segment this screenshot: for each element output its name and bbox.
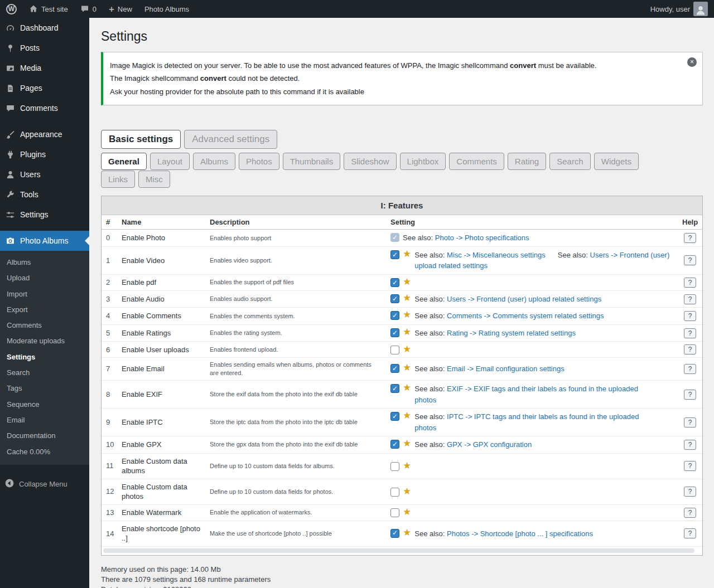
see-also-link[interactable]: Photos -> Shortcode [photo ... ] specifi… <box>447 529 593 538</box>
see-also-link[interactable]: Photo -> Photo specifications <box>435 234 529 242</box>
setting-description: Store the gpx data from the photo into t… <box>205 436 386 454</box>
tab-basic-settings[interactable]: Basic settings <box>101 130 181 149</box>
sidebar-item-posts[interactable]: Posts <box>0 38 89 58</box>
help-button[interactable]: ? <box>684 278 697 288</box>
sidebar-item-dashboard[interactable]: Dashboard <box>0 18 89 38</box>
submenu-item-albums[interactable]: Albums <box>0 255 89 270</box>
sidebar-item-settings[interactable]: Settings <box>0 205 89 225</box>
submenu-item-settings[interactable]: Settings <box>0 349 89 365</box>
star-icon: ★ <box>403 487 411 496</box>
help-cell: ? <box>678 479 702 504</box>
star-icon: ★ <box>403 383 411 392</box>
comments-toolbar[interactable]: 0 <box>74 0 103 18</box>
submenu-item-search[interactable]: Search <box>0 365 89 381</box>
scrollbar-thumb[interactable] <box>103 548 694 553</box>
setting-checkbox[interactable] <box>390 488 399 497</box>
setting-checkbox[interactable]: ✓ <box>390 384 399 393</box>
see-also-link[interactable]: GPX -> GPX configuration <box>447 440 532 449</box>
notice-line-3: Ask your hosting provider for the absolu… <box>110 86 678 98</box>
sidebar-item-users[interactable]: Users <box>0 164 89 184</box>
see-also-entry: See also: Email -> Email configuration s… <box>414 365 564 373</box>
horizontal-scrollbar[interactable] <box>102 547 702 555</box>
subtab-general[interactable]: General <box>101 153 147 170</box>
wordpress-logo[interactable]: W <box>0 0 23 18</box>
subtab-widgets[interactable]: Widgets <box>594 153 639 170</box>
help-button[interactable]: ? <box>684 311 697 321</box>
submenu-item-upload[interactable]: Upload <box>0 270 89 286</box>
setting-checkbox[interactable]: ✓ <box>390 328 399 337</box>
see-also-link[interactable]: Users -> Frontend (user) upload related … <box>447 295 601 303</box>
help-cell: ? <box>678 358 702 381</box>
setting-checkbox[interactable]: ✓ <box>390 294 399 303</box>
tab-advanced-settings[interactable]: Advanced settings <box>184 130 277 149</box>
new-content-button[interactable]: + New <box>103 0 138 18</box>
see-also-link[interactable]: Email -> Email configuration settings <box>447 365 565 373</box>
help-button[interactable]: ? <box>684 344 697 354</box>
subtab-lightbox[interactable]: Lightbox <box>400 153 446 170</box>
see-also-link[interactable]: EXIF -> EXIF tags and their labels as fo… <box>414 385 638 404</box>
sidebar-item-photo-albums[interactable]: Photo Albums <box>0 231 89 251</box>
see-also-link[interactable]: IPTC -> IPTC tags and their labels as fo… <box>414 412 639 432</box>
help-button[interactable]: ? <box>684 487 697 497</box>
submenu-item-comments[interactable]: Comments <box>0 318 89 333</box>
subtab-slideshow[interactable]: Slideshow <box>344 153 396 170</box>
help-button[interactable]: ? <box>684 233 697 243</box>
see-also-link[interactable]: Misc -> Miscellaneous settings <box>447 251 546 259</box>
subtab-rating[interactable]: Rating <box>508 153 546 170</box>
subtab-thumbnails[interactable]: Thumbnails <box>283 153 341 170</box>
submenu-item-cache-0-00[interactable]: Cache 0.00% <box>0 444 89 460</box>
help-button[interactable]: ? <box>684 294 697 304</box>
setting-checkbox[interactable]: ✓ <box>390 278 399 287</box>
help-button[interactable]: ? <box>684 328 697 338</box>
help-button[interactable]: ? <box>684 440 697 450</box>
help-button[interactable]: ? <box>684 417 697 427</box>
see-also-link[interactable]: Comments -> Comments system related sett… <box>447 312 604 320</box>
collapse-menu-button[interactable]: Collapse Menu <box>0 473 89 495</box>
submenu-item-import[interactable]: Import <box>0 286 89 302</box>
help-cell: ? <box>678 290 702 308</box>
submenu-item-tags[interactable]: Tags <box>0 381 89 396</box>
see-also-link[interactable]: Rating -> Rating system related settings <box>447 329 576 337</box>
subtab-layout[interactable]: Layout <box>150 153 190 170</box>
setting-description: Define up to 10 custom data fields for p… <box>205 479 386 504</box>
subtab-photos[interactable]: Photos <box>239 153 279 170</box>
setting-checkbox[interactable]: ✓ <box>390 250 399 259</box>
setting-checkbox[interactable]: ✓ <box>390 364 399 373</box>
subtab-albums[interactable]: Albums <box>193 153 235 170</box>
photo-albums-toolbar-link[interactable]: Photo Albums <box>138 0 195 18</box>
setting-checkbox[interactable]: ✓ <box>390 233 399 242</box>
setting-checkbox[interactable] <box>390 346 399 354</box>
howdy-user-menu[interactable]: Howdy, user <box>644 0 714 18</box>
feature-row: 2Enable pdfEnables the support of pdf fi… <box>102 274 702 290</box>
sidebar-item-pages[interactable]: Pages <box>0 78 89 98</box>
sidebar-item-tools[interactable]: Tools <box>0 184 89 205</box>
help-button[interactable]: ? <box>684 255 697 265</box>
submenu-item-sequence[interactable]: Sequence <box>0 397 89 412</box>
sidebar-item-appearance[interactable]: Appearance <box>0 124 89 144</box>
subtab-search[interactable]: Search <box>549 153 591 170</box>
setting-checkbox[interactable]: ✓ <box>390 440 399 449</box>
submenu-item-export[interactable]: Export <box>0 302 89 318</box>
dismiss-notice-button[interactable]: × <box>687 57 697 67</box>
submenu-item-email[interactable]: Email <box>0 412 89 428</box>
help-button[interactable]: ? <box>684 390 697 400</box>
subtab-misc[interactable]: Misc <box>138 171 170 188</box>
help-button[interactable]: ? <box>684 364 697 374</box>
setting-checkbox[interactable]: ✓ <box>390 311 399 320</box>
submenu-item-moderate-uploads[interactable]: Moderate uploads <box>0 333 89 349</box>
sidebar-item-media[interactable]: Media <box>0 58 89 78</box>
sidebar-item-plugins[interactable]: Plugins <box>0 144 89 164</box>
subtab-comments[interactable]: Comments <box>449 153 504 170</box>
feature-row: 8Enable EXIFStore the exif data from the… <box>102 381 702 409</box>
site-name-link[interactable]: Test site <box>23 0 74 18</box>
help-button[interactable]: ? <box>684 508 697 518</box>
setting-checkbox[interactable]: ✓ <box>390 412 399 421</box>
sidebar-item-comments[interactable]: Comments <box>0 98 89 118</box>
setting-checkbox[interactable]: ✓ <box>390 529 399 538</box>
help-button[interactable]: ? <box>684 528 697 538</box>
submenu-item-documentation[interactable]: Documentation <box>0 428 89 444</box>
subtab-links[interactable]: Links <box>101 171 135 188</box>
setting-checkbox[interactable] <box>390 462 399 471</box>
setting-checkbox[interactable] <box>390 508 399 517</box>
help-button[interactable]: ? <box>684 461 697 471</box>
